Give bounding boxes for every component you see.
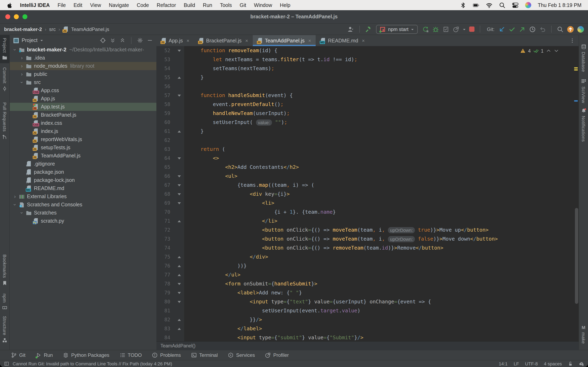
- stripe-item-project[interactable]: Project: [0, 35, 9, 63]
- run-configuration-select[interactable]: npm start: [376, 25, 418, 34]
- tab-app.js[interactable]: JSApp.js×: [156, 35, 194, 46]
- close-tab-icon[interactable]: ×: [245, 38, 248, 43]
- stripe-item-pull-requests[interactable]: Pull Requests: [0, 100, 9, 142]
- fold-gutter[interactable]: [174, 46, 184, 55]
- menu-item-code[interactable]: Code: [137, 2, 149, 8]
- toolwindow-switcher-icon[interactable]: [4, 361, 9, 366]
- menu-item-build[interactable]: Build: [184, 2, 195, 8]
- status-message[interactable]: Cannot Run Git: Invalid path to Command …: [13, 361, 172, 366]
- menu-item-navigate[interactable]: Navigate: [109, 2, 129, 8]
- fold-gutter[interactable]: [174, 288, 184, 297]
- coverage-icon[interactable]: [443, 26, 449, 33]
- fold-gutter[interactable]: [174, 154, 184, 163]
- fold-gutter[interactable]: [174, 181, 184, 190]
- search-everywhere-button[interactable]: [577, 26, 584, 33]
- control-center-icon[interactable]: [512, 2, 519, 8]
- update-available-button[interactable]: [567, 26, 574, 33]
- fold-gutter[interactable]: [174, 91, 184, 100]
- stripe-item-bookmarks[interactable]: Bookmarks: [0, 252, 9, 289]
- inspections-widget[interactable]: 4 1: [520, 48, 559, 53]
- breadcrumb-item[interactable]: TeamAddPanel.js: [71, 26, 109, 32]
- caret-position[interactable]: 14:1: [499, 361, 508, 366]
- tree-item-src[interactable]: ›src: [10, 78, 156, 86]
- fold-gutter[interactable]: [174, 190, 184, 199]
- toolwindow-button-python-packages[interactable]: Python Packages: [63, 352, 109, 358]
- tree-item-node-modules[interactable]: ›node_moduleslibrary root: [10, 62, 156, 70]
- search-icon[interactable]: [499, 2, 506, 8]
- tree-item-scratches[interactable]: ›Scratches: [10, 209, 156, 217]
- fold-gutter[interactable]: [174, 324, 184, 333]
- rollback-icon[interactable]: [539, 26, 546, 33]
- rerun-icon[interactable]: [423, 26, 429, 33]
- menu-item-edit[interactable]: Edit: [73, 2, 82, 8]
- tree-item-.idea[interactable]: ›.idea: [10, 54, 156, 62]
- stripe-item-make[interactable]: Mmake: [579, 322, 588, 347]
- fold-gutter[interactable]: [174, 279, 184, 288]
- toolwindow-button-git[interactable]: Git: [11, 352, 26, 358]
- zoom-window-button[interactable]: [22, 14, 27, 19]
- toolwindow-button-problems[interactable]: Problems: [152, 352, 181, 358]
- warning-stripe-mark[interactable]: [574, 67, 578, 68]
- close-window-button[interactable]: [5, 14, 10, 19]
- chevron-down-icon[interactable]: [463, 29, 466, 31]
- fold-gutter[interactable]: [174, 297, 184, 306]
- chevron-right-icon[interactable]: ›: [19, 64, 25, 68]
- toolwindow-button-profiler[interactable]: Profiler: [265, 352, 289, 358]
- check-icon[interactable]: [509, 26, 515, 33]
- chevron-down-icon[interactable]: [554, 48, 559, 53]
- tree-item-setuptests.js[interactable]: JSsetupTests.js: [10, 143, 156, 152]
- fold-gutter[interactable]: [174, 252, 184, 261]
- menu-item-tools[interactable]: Tools: [220, 2, 232, 8]
- clock-icon[interactable]: [529, 26, 536, 33]
- breadcrumb-item[interactable]: src: [49, 26, 56, 32]
- unlock-icon[interactable]: [568, 361, 573, 366]
- stripe-item-npm[interactable]: npm: [0, 291, 9, 313]
- chevron-right-icon[interactable]: ›: [12, 194, 17, 199]
- close-tab-icon[interactable]: ×: [308, 38, 311, 43]
- minus-icon[interactable]: [147, 38, 153, 43]
- siri-icon[interactable]: [525, 2, 531, 8]
- tree-item-app.css[interactable]: CSSApp.css: [10, 86, 156, 95]
- chevron-down-icon[interactable]: ›: [12, 202, 17, 207]
- arrow-dl-icon[interactable]: [499, 26, 505, 33]
- tree-item-public[interactable]: ›public: [10, 70, 156, 78]
- stripe-item-notifications[interactable]: Notifications: [579, 105, 588, 145]
- bug-icon[interactable]: [433, 26, 439, 33]
- tab-teamaddpanel.js[interactable]: JSTeamAddPanel.js×: [252, 35, 316, 46]
- fold-gutter[interactable]: [174, 199, 184, 208]
- user-icon[interactable]: [348, 26, 354, 33]
- hammer-icon[interactable]: [365, 26, 372, 33]
- wifi-icon[interactable]: [486, 2, 493, 8]
- chevron-right-icon[interactable]: ›: [19, 72, 25, 77]
- stripe-item-sciview[interactable]: SciView: [579, 76, 588, 106]
- warning-stripe-mark[interactable]: [574, 69, 578, 70]
- collapse-icon[interactable]: [120, 38, 125, 43]
- tree-item-.gitignore[interactable]: Ø.gitignore: [10, 160, 156, 168]
- chevron-down-icon[interactable]: ›: [19, 210, 24, 216]
- menu-item-help[interactable]: Help: [280, 2, 290, 8]
- indent-setting[interactable]: 4 spaces: [544, 361, 562, 366]
- bluetooth-icon[interactable]: [460, 2, 466, 8]
- close-tab-icon[interactable]: ×: [187, 38, 190, 43]
- encoding[interactable]: UTF-8: [525, 361, 538, 366]
- stripe-item-database[interactable]: Database: [579, 41, 588, 75]
- tab-options-button[interactable]: [566, 35, 579, 46]
- close-tab-icon[interactable]: ×: [362, 38, 365, 43]
- fold-gutter[interactable]: [174, 217, 184, 225]
- fold-gutter[interactable]: [174, 127, 184, 136]
- toolwindow-button-run[interactable]: Run: [36, 352, 53, 358]
- chevron-down-icon[interactable]: ›: [19, 80, 24, 85]
- battery-icon[interactable]: [473, 2, 479, 8]
- menu-clock[interactable]: Thu Feb 1 8:19 PM: [538, 2, 581, 8]
- code-editor[interactable]: 4 1 52 function removeTeam(id) {53 let n…: [156, 46, 579, 341]
- menu-item-file[interactable]: File: [58, 2, 66, 8]
- breadcrumb-item[interactable]: bracket-maker-2: [4, 26, 42, 32]
- project-view-selector[interactable]: Project: [22, 38, 38, 43]
- tree-item-bracket-maker-2[interactable]: ›bracket-maker-2~/Desktop/IntelliJ/brack…: [10, 46, 156, 54]
- tree-item-app.js[interactable]: JSApp.js: [10, 95, 156, 103]
- profiler-run-icon[interactable]: [453, 26, 459, 33]
- arrow-ur-icon[interactable]: [519, 26, 526, 33]
- fold-gutter[interactable]: [174, 172, 184, 181]
- expand-icon[interactable]: [110, 38, 116, 43]
- editor-scrollbar[interactable]: [575, 208, 578, 304]
